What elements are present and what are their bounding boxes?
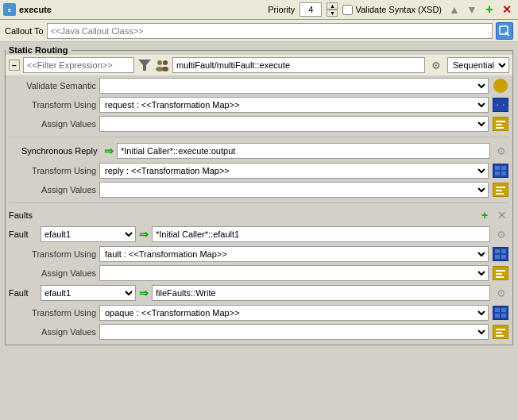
validate-syntax-checkbox[interactable] [342,5,353,15]
move-up-button[interactable]: ▲ [446,2,462,17]
sync-gear-icon[interactable]: ⚙ [493,143,509,159]
svg-point-5 [157,60,162,65]
filter-icon[interactable] [137,58,152,72]
priority-up[interactable]: ▲ [327,2,338,10]
fault-1-assign-icon[interactable] [492,265,509,281]
svg-rect-11 [495,100,500,104]
delete-button[interactable]: ✕ [499,2,515,17]
transform-icon[interactable] [492,97,509,113]
routing-header-row: − ⚙ Sequential [6,55,512,76]
fault-1-transform-row: Transform Using fault : <<Transformation… [6,245,512,264]
svg-rect-38 [496,329,505,330]
window-title: execute [19,5,52,14]
svg-rect-34 [495,308,500,312]
fault-2-transform-select[interactable]: opaque : <<Transformation Map>> [99,305,489,321]
callout-browse-button[interactable] [496,22,513,40]
sync-reply-input[interactable] [117,143,490,159]
svg-point-10 [497,87,504,91]
assign-icon[interactable] [492,116,509,132]
validate-semantic-select[interactable] [99,78,489,94]
svg-point-7 [163,60,168,65]
svg-rect-40 [496,335,504,337]
transform-using-select[interactable]: request : <<Transformation Map>> [99,97,489,113]
svg-rect-17 [496,121,505,122]
collapse-button[interactable]: − [9,60,20,71]
svg-rect-30 [501,255,506,259]
svg-rect-25 [496,190,502,191]
static-routing-legend: Static Routing [6,45,72,55]
static-routing-group: Static Routing − ⚙ Sequential Validate S… [5,45,513,345]
add-fault-button[interactable]: + [477,208,492,222]
svg-rect-32 [496,273,502,275]
transform-using-row: Transform Using request : <<Transformati… [6,95,512,114]
fault-2-select[interactable]: efault1 [41,285,136,301]
fault-2-assign-label: Assign Values [9,327,96,337]
add-button[interactable]: + [481,2,497,17]
fault-1-endpoint-input[interactable] [152,226,490,242]
fault-1-row: Fault efault1 ⇒ ⚙ [6,224,512,245]
fault-2-transform-label: Transform Using [9,308,96,318]
svg-rect-37 [501,314,506,318]
priority-label: Priority [268,5,295,14]
validate-semantic-icon[interactable] [492,78,509,94]
fault-2-assign-icon[interactable] [492,324,509,340]
validate-semantic-label: Validate Semantic [9,81,96,91]
svg-rect-26 [496,193,504,195]
app-icon: e [3,3,16,16]
settings-gear-icon[interactable]: ⚙ [428,57,444,73]
move-down-button[interactable]: ▼ [464,2,480,17]
priority-down[interactable]: ▼ [327,10,338,17]
fault-2-row: Fault efault1 ⇒ ⚙ [6,283,512,303]
fault-1-select[interactable]: efault1 [41,226,136,242]
svg-point-8 [162,67,168,71]
svg-rect-36 [501,308,506,312]
fault-1-transform-label: Transform Using [9,249,96,259]
sync-transform-select[interactable]: reply : <<Transformation Map>> [99,163,489,179]
priority-input[interactable] [300,2,322,17]
people-icon [155,58,169,72]
sync-transform-label: Transform Using [9,166,96,175]
sync-transform-icon[interactable] [492,163,509,179]
fault-2-transform-icon[interactable] [492,305,509,321]
faults-header: Faults + ✕ [6,206,512,224]
fault-1-transform-icon[interactable] [492,246,509,262]
svg-rect-12 [495,106,500,110]
callout-label: Callout To [5,26,44,36]
fault-1-assign-select[interactable] [99,265,489,281]
sync-transform-row: Transform Using reply : <<Transformation… [6,161,512,180]
callout-input[interactable] [47,23,493,39]
delete-fault-button[interactable]: ✕ [495,208,509,222]
sequential-select[interactable]: Sequential [447,57,509,73]
title-bar: e execute Priority ▲ ▼ Validate Syntax (… [0,0,518,20]
fault-2-transform-row: Transform Using opaque : <<Transformatio… [6,303,512,322]
filter-expression-input[interactable] [23,57,134,73]
assign-values-select[interactable] [99,116,489,132]
svg-rect-22 [501,166,506,170]
svg-text:e: e [8,6,12,13]
fault-2-label: Fault [9,288,37,298]
validate-syntax-checkbox-group: Validate Syntax (XSD) [342,5,442,15]
svg-rect-20 [495,166,500,170]
fault-2-gear-icon[interactable]: ⚙ [493,285,509,301]
svg-rect-18 [496,124,502,125]
toolbar-buttons: ▲ ▼ + ✕ [446,2,515,17]
fault-1-gear-icon[interactable]: ⚙ [493,226,509,242]
endpoint-input[interactable] [172,57,425,73]
sync-assign-row: Assign Values [6,180,512,199]
fault-1-transform-select[interactable]: fault : <<Transformation Map>> [99,246,489,262]
fault-2-endpoint-input[interactable] [152,285,490,301]
priority-spinner: ▲ ▼ [327,2,338,17]
sync-reply-row: Synchronous Reply ⇒ ⚙ [6,141,512,161]
svg-rect-23 [501,171,506,175]
fault-1-assign-label: Assign Values [9,268,96,278]
svg-rect-28 [495,255,500,259]
assign-values-row: Assign Values [6,114,512,133]
svg-rect-27 [495,249,500,253]
validate-semantic-row: Validate Semantic [6,76,512,95]
sync-assign-icon[interactable] [492,182,509,198]
svg-rect-19 [496,127,504,129]
fault-2-assign-select[interactable] [99,324,489,340]
sync-assign-select[interactable] [99,182,489,198]
separator-2 [9,202,509,203]
sync-assign-label: Assign Values [9,185,96,195]
